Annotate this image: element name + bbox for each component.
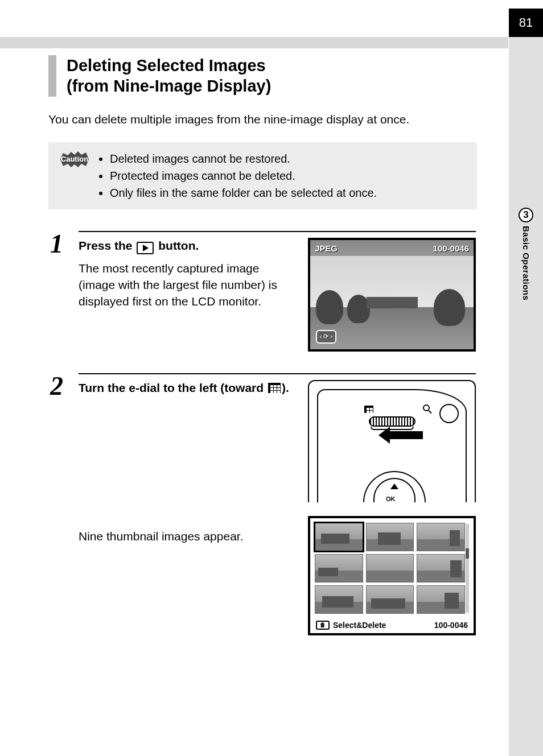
page-number-tab: 81 <box>509 9 543 37</box>
select-delete-label: Select&Delete <box>333 621 386 630</box>
caution-label: Caution <box>61 155 88 163</box>
step-number: 2 <box>50 373 79 635</box>
caution-item: Protected images cannot be deleted. <box>110 167 377 184</box>
top-gray-strip <box>0 37 508 48</box>
nine-file-number: 100-0046 <box>434 621 468 630</box>
nine-grid-icon <box>268 383 281 393</box>
caution-item: Deleted images cannot be restored. <box>110 150 377 167</box>
thumbnail <box>315 554 363 583</box>
intro-paragraph: You can delete multiple images from the … <box>48 113 464 126</box>
step-1: 1 Press the button. The most recently ca… <box>50 231 476 352</box>
playback-icon <box>137 242 154 254</box>
trash-icon: 🗑 <box>316 621 330 630</box>
heading-accent-bar <box>48 55 56 97</box>
thumbnail <box>366 585 414 614</box>
heading-line2: (from Nine-Image Display) <box>67 77 271 95</box>
step-2-sub: Nine thumbnail images appear. <box>79 530 297 543</box>
caution-box: Caution Deleted images cannot be restore… <box>48 142 477 209</box>
nine-image-lcd-illustration: 🗑 Select&Delete 100-0046 <box>308 516 476 635</box>
ok-label: OK <box>386 495 396 502</box>
thumbnail <box>366 554 414 583</box>
e-dial-icon <box>369 416 416 427</box>
chapter-number-circle: 3 <box>519 208 533 222</box>
thumbnail <box>366 523 414 551</box>
caution-icon: Caution <box>59 150 90 168</box>
headline-post: ). <box>282 381 289 394</box>
step-2: 2 Turn the e-dial to the left (toward ). <box>50 373 476 635</box>
thumbnail <box>417 554 465 583</box>
caution-item: Only files in the same folder can be sel… <box>110 184 377 201</box>
caution-list: Deleted images cannot be restored. Prote… <box>98 150 377 201</box>
arrow-left-icon <box>389 431 423 439</box>
step-1-headline: Press the button. <box>79 238 297 254</box>
step-body: Press the button. The most recently capt… <box>79 231 476 352</box>
headline-pre: Press the <box>79 239 135 252</box>
thumbnail <box>417 585 465 614</box>
chapter-number: 3 <box>523 209 528 221</box>
lcd-file-number: 100-0046 <box>433 243 469 253</box>
lcd-top-bar: JPEG 100-0046 <box>315 243 469 253</box>
lcd-format-label: JPEG <box>315 243 338 253</box>
camera-top-diagram: OK <box>308 380 476 502</box>
page-content: Deleting Selected Images (from Nine-Imag… <box>0 37 508 635</box>
nine-lcd-bottom-bar: 🗑 Select&Delete 100-0046 <box>316 621 468 630</box>
section-heading: Deleting Selected Images (from Nine-Imag… <box>48 55 508 97</box>
page-number: 81 <box>519 15 533 30</box>
shutter-button-icon <box>439 404 459 423</box>
side-bar: 3 Basic Operations <box>509 37 543 756</box>
heading-line1: Deleting Selected Images <box>67 56 266 75</box>
scrollbar <box>466 524 469 613</box>
thumbnail <box>315 585 363 614</box>
step-number: 1 <box>50 231 79 352</box>
thumbnail <box>417 523 465 551</box>
magnify-icon <box>423 404 430 411</box>
step-1-desc: The most recently captured image (image … <box>79 260 297 310</box>
headline-post: button. <box>155 239 199 252</box>
step-2-headline: Turn the e-dial to the left (toward ). <box>79 380 297 395</box>
chapter-title: Basic Operations <box>521 226 531 300</box>
rotate-icon: ‹ ⟳ › <box>316 330 336 344</box>
chapter-tab: 3 Basic Operations <box>509 208 543 300</box>
nine-grid-icon <box>364 406 373 413</box>
thumbnail <box>315 523 363 551</box>
step-body: Turn the e-dial to the left (toward ). <box>79 373 476 635</box>
nine-grid <box>315 523 465 614</box>
heading-text: Deleting Selected Images (from Nine-Imag… <box>67 55 271 97</box>
lcd-preview-illustration: JPEG 100-0046 ‹ ⟳ › <box>308 238 476 352</box>
headline-pre: Turn the e-dial to the left (toward <box>79 381 267 394</box>
